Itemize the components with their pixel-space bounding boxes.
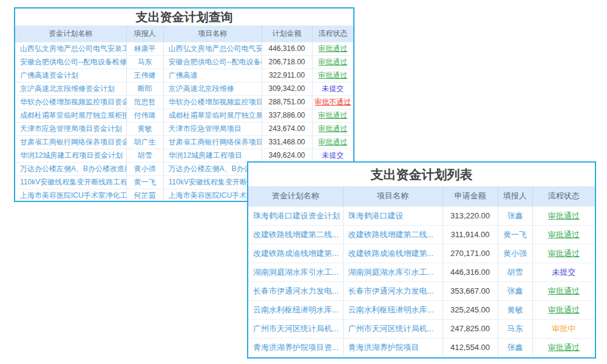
reporter-link[interactable]: 黄一飞: [498, 225, 532, 244]
project-name-link[interactable]: 湖南洞庭湖水库引水工...: [343, 263, 443, 281]
plan-name-link[interactable]: 广州市天河区统计局机...: [248, 319, 343, 338]
amount-cell: 446,316.00: [443, 263, 498, 281]
reporter-link[interactable]: 黄小强: [126, 162, 163, 175]
status-link[interactable]: 审批通过: [312, 109, 353, 122]
table-row: 青海洪湖养护院项目资...青海洪湖养护院项目412,554.00张鑫审批通过: [248, 338, 595, 357]
reporter-link[interactable]: 何芷茵: [126, 189, 163, 202]
table-row: 山西弘文房地产总公司电气安装工程资金计划林康平山西弘文房地产总公司电气安装工程项…: [15, 42, 353, 55]
reporter-link[interactable]: 马东: [498, 319, 532, 338]
status-link[interactable]: 未提交: [312, 149, 353, 162]
list-table: 资金计划名称 项目名称 申请金额 填报人 流程状态 珠海鹤港口建设资金计划珠海鹤…: [248, 186, 595, 357]
status-link[interactable]: 审批通过: [532, 281, 595, 300]
plan-name-link[interactable]: 改建铁路线增建第二线...: [248, 225, 343, 244]
status-link[interactable]: 审批中: [532, 319, 595, 338]
project-name-link[interactable]: 天津市应急管理局项目: [163, 122, 262, 135]
project-name-link[interactable]: 广州市天河区统计局机...: [343, 319, 443, 338]
project-name-link[interactable]: 珠海鹤港口建设: [343, 206, 443, 225]
status-link[interactable]: 审批通过: [312, 42, 353, 55]
status-link[interactable]: 审批通过: [532, 300, 595, 319]
query-header-row: 资金计划名称 填报人 项目名称 计划金额 流程状态: [15, 25, 353, 42]
project-name-link[interactable]: 改建铁路成渝线增建第...: [343, 244, 443, 263]
plan-name-link[interactable]: 华润12城房建工程项目资金计划: [15, 149, 126, 162]
plan-name-link[interactable]: 山西弘文房地产总公司电气安装工程资金计划: [15, 42, 126, 55]
status-link[interactable]: 审批通过: [312, 69, 353, 82]
project-name-link[interactable]: 华润12城房建工程项目: [163, 149, 262, 162]
plan-name-link[interactable]: 万达办公楼左侧A、B办公楼改造建设资金计划: [15, 162, 126, 175]
status-link[interactable]: 审批不通过: [312, 95, 353, 109]
amount-cell: 322,911.00: [262, 69, 312, 82]
plan-name-link[interactable]: 华软办公楼增加视频监控项目资金计划: [15, 95, 126, 109]
reporter-link[interactable]: 张鑫: [498, 206, 532, 225]
reporter-link[interactable]: 断郎: [126, 82, 163, 95]
plan-name-link[interactable]: 云南水利枢纽潜明水库...: [248, 300, 343, 319]
project-name-link[interactable]: 华软办公楼增加视频监控项目: [163, 95, 262, 109]
reporter-link[interactable]: 马东: [126, 55, 163, 69]
col-header-plan-name: 资金计划名称: [248, 186, 343, 206]
amount-cell: 311,914.00: [443, 225, 498, 244]
project-name-link[interactable]: 京沪高速北京段维修: [163, 82, 262, 95]
table-row: 京沪高速北京段维修资金计划断郎京沪高速北京段维修309,342.00未提交: [15, 82, 353, 95]
status-link[interactable]: 未提交: [312, 82, 353, 95]
plan-name-link[interactable]: 成都杜甫草堂临时展厅独立展柜报警设备资金计划: [15, 109, 126, 122]
project-name-link[interactable]: 云南水利枢纽潜明水库...: [343, 300, 443, 319]
plan-name-link[interactable]: 京沪高速北京段维修资金计划: [15, 82, 126, 95]
table-row: 珠海鹤港口建设资金计划珠海鹤港口建设313,220.00张鑫审批通过: [248, 206, 595, 225]
project-name-link[interactable]: 长春市伊通河水力发电...: [343, 281, 443, 300]
project-name-link[interactable]: 青海洪湖养护院项目: [343, 338, 443, 357]
reporter-link[interactable]: 黄敏: [126, 122, 163, 135]
reporter-link[interactable]: 黄敏: [498, 300, 532, 319]
status-link[interactable]: 审批通过: [532, 338, 595, 357]
reporter-link[interactable]: 张鑫: [498, 338, 532, 357]
plan-name-link[interactable]: 安徽合肥供电公司--配电设备检修维护资金计划: [15, 55, 126, 69]
col-header-plan-name: 资金计划名称: [15, 25, 126, 42]
project-name-link[interactable]: 安徽合肥供电公司--配电设备检修维护项目: [163, 55, 262, 69]
table-row: 华软办公楼增加视频监控项目资金计划范思哲华软办公楼增加视频监控项目288,751…: [15, 95, 353, 109]
table-row: 广州市天河区统计局机...广州市天河区统计局机...247,825.00马东审批…: [248, 319, 595, 338]
status-link[interactable]: 审批通过: [532, 225, 595, 244]
table-row: 甘肃省工商银行网络保养项目资金计划胡广生甘肃省工商银行网络保养项目331,468…: [15, 135, 353, 149]
plan-name-link[interactable]: 广佛高速资金计划: [15, 69, 126, 82]
project-name-link[interactable]: 甘肃省工商银行网络保养项目: [163, 135, 262, 149]
reporter-link[interactable]: 黄小强: [498, 244, 532, 263]
plan-name-link[interactable]: 湖南洞庭湖水库引水工...: [248, 263, 343, 281]
plan-name-link[interactable]: 珠海鹤港口建设资金计划: [248, 206, 343, 225]
list-panel: 支出资金计划列表 资金计划名称 项目名称 申请金额 填报人 流程状态 珠海鹤港口…: [247, 161, 596, 359]
plan-name-link[interactable]: 上海市美容医院ICU手术室净化工程资金计划: [15, 189, 126, 202]
reporter-link[interactable]: 黄一飞: [126, 175, 163, 189]
status-link[interactable]: 审批通过: [532, 206, 595, 225]
plan-name-link[interactable]: 甘肃省工商银行网络保养项目资金计划: [15, 135, 126, 149]
status-link[interactable]: 审批通过: [312, 55, 353, 69]
reporter-link[interactable]: 胡雪: [126, 149, 163, 162]
plan-name-link[interactable]: 青海洪湖养护院项目资...: [248, 338, 343, 357]
plan-name-link[interactable]: 改建铁路成渝线增建第...: [248, 244, 343, 263]
table-row: 成都杜甫草堂临时展厅独立展柜报警设备资金计划付伟璐成都杜甫草堂临时展厅独立展柜报…: [15, 109, 353, 122]
project-name-link[interactable]: 广佛高速: [163, 69, 262, 82]
reporter-link[interactable]: 胡雪: [498, 263, 532, 281]
status-link[interactable]: 审批通过: [312, 135, 353, 149]
list-panel-title: 支出资金计划列表: [248, 163, 595, 186]
col-header-project: 项目名称: [343, 186, 443, 206]
reporter-link[interactable]: 王伟健: [126, 69, 163, 82]
table-row: 天津市应急管理局项目资金计划黄敏天津市应急管理局项目243,674.00审批通过: [15, 122, 353, 135]
plan-name-link[interactable]: 110kV安徽线程集变开断线路工程资金计划: [15, 175, 126, 189]
reporter-link[interactable]: 张鑫: [498, 281, 532, 300]
status-link[interactable]: 审批通过: [312, 122, 353, 135]
reporter-link[interactable]: 付伟璐: [126, 109, 163, 122]
reporter-link[interactable]: 胡广生: [126, 135, 163, 149]
status-link[interactable]: 未提交: [532, 263, 595, 281]
status-link[interactable]: 审批通过: [532, 244, 595, 263]
col-header-reporter: 填报人: [126, 25, 163, 42]
col-header-project: 项目名称: [163, 25, 262, 42]
reporter-link[interactable]: 范思哲: [126, 95, 163, 109]
project-name-link[interactable]: 山西弘文房地产总公司电气安装工程项目: [163, 42, 262, 55]
plan-name-link[interactable]: 长春市伊通河水力发电...: [248, 281, 343, 300]
amount-cell: 206,718.00: [262, 55, 312, 69]
plan-name-link[interactable]: 天津市应急管理局项目资金计划: [15, 122, 126, 135]
query-panel-title: 支出资金计划查询: [15, 8, 353, 25]
project-name-link[interactable]: 改建铁路线增建第二线...: [343, 225, 443, 244]
col-header-apply-amount: 申请金额: [443, 186, 498, 206]
amount-cell: 353,667.00: [443, 281, 498, 300]
reporter-link[interactable]: 林康平: [126, 42, 163, 55]
project-name-link[interactable]: 成都杜甫草堂临时展厅独立展柜报警设备: [163, 109, 262, 122]
col-header-plan-amount: 计划金额: [262, 25, 312, 42]
